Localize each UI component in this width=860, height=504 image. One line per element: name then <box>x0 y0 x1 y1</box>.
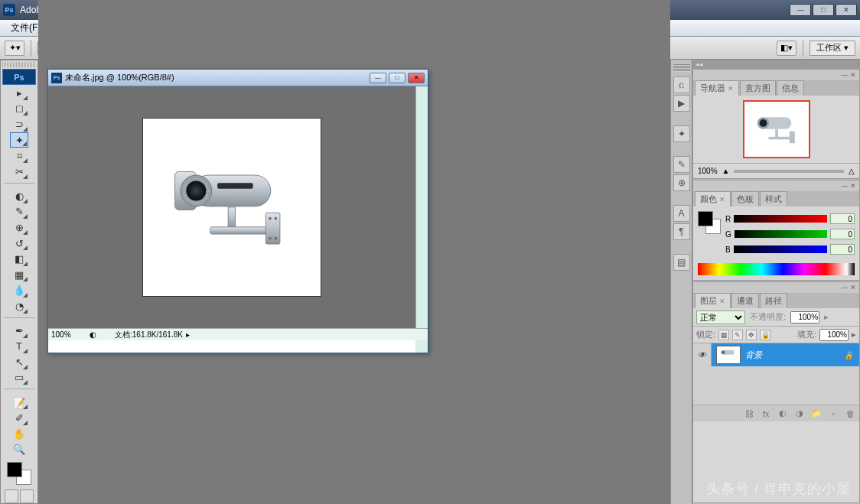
layer-fx-icon[interactable]: fx <box>760 409 772 418</box>
fg-color-swatch[interactable] <box>7 462 22 477</box>
shape-tool[interactable]: ▭ <box>10 370 28 386</box>
marquee-tool[interactable]: ◻ <box>10 101 28 117</box>
color-swatch-pair[interactable] <box>698 211 721 234</box>
dock-brushes-icon[interactable]: ✎ <box>673 156 690 173</box>
layer-lock-icon: 🔒 <box>844 351 853 359</box>
zoom-value[interactable]: 100% <box>51 330 90 339</box>
brush-tool[interactable]: ✎ <box>10 204 28 220</box>
g-slider[interactable] <box>735 230 827 238</box>
magic-wand-tool[interactable]: ✦ <box>10 132 28 148</box>
eraser-tool[interactable]: ◧ <box>10 251 28 267</box>
navigator-thumb[interactable] <box>743 100 810 158</box>
tab-swatches[interactable]: 色板 <box>731 191 759 206</box>
notes-tool[interactable]: 📝 <box>10 395 28 411</box>
path-select-tool[interactable]: ↖ <box>10 354 28 370</box>
dock-tool-presets-icon[interactable]: ✦ <box>673 125 690 142</box>
tab-styles[interactable]: 样式 <box>760 191 787 206</box>
doc-vscroll[interactable] <box>415 86 428 328</box>
doc-minimize[interactable]: — <box>370 73 386 83</box>
nav-slider[interactable] <box>734 170 844 173</box>
link-layers-icon[interactable]: ⛓ <box>743 409 755 418</box>
layer-background[interactable]: 👁 背景 🔒 <box>693 343 859 366</box>
doc-close[interactable]: ✕ <box>408 73 425 83</box>
toolbox-grip[interactable] <box>2 62 36 67</box>
r-slider[interactable] <box>734 215 827 223</box>
r-input[interactable] <box>830 213 855 224</box>
crop-tool[interactable]: ⌗ <box>10 148 28 164</box>
layer-list: 👁 背景 🔒 <box>693 343 859 405</box>
delete-layer-icon[interactable]: 🗑 <box>844 409 856 418</box>
layer-mask-icon[interactable]: ◐ <box>777 408 789 418</box>
pen-tool[interactable]: ✒ <box>10 323 28 339</box>
type-tool[interactable]: T <box>10 339 28 355</box>
minimize-button[interactable]: — <box>790 4 811 16</box>
panels-header[interactable]: ◂◂ <box>692 60 860 69</box>
tab-histogram[interactable]: 直方图 <box>740 80 776 96</box>
tab-navigator[interactable]: 导航器✕ <box>695 80 739 96</box>
panel-min[interactable]: — ✕ <box>841 71 856 79</box>
tab-layers[interactable]: 图层✕ <box>695 293 731 308</box>
lasso-tool[interactable]: ⊃ <box>10 116 28 132</box>
nav-zoom-value[interactable]: 100% <box>698 167 718 175</box>
svg-point-9 <box>269 217 272 220</box>
eyedropper-tool[interactable]: ✐ <box>10 410 28 426</box>
dock-history-icon[interactable]: ⎌ <box>673 76 690 93</box>
gradient-tool[interactable]: ▦ <box>10 267 28 283</box>
hand-tool[interactable]: ✋ <box>10 426 28 442</box>
b-slider[interactable] <box>734 245 827 253</box>
lock-move[interactable]: ✥ <box>746 330 757 340</box>
healing-tool[interactable]: ◐ <box>10 188 28 204</box>
zoom-tool[interactable]: 🔍 <box>10 441 28 457</box>
color-spectrum[interactable] <box>698 263 855 275</box>
slice-tool[interactable]: ✂ <box>10 164 28 180</box>
color-swatches[interactable] <box>7 462 31 485</box>
nav-zoom-out[interactable]: ▲ <box>722 167 730 175</box>
stamp-tool[interactable]: ⊕ <box>10 219 28 236</box>
document-title: 未命名.jpg @ 100%(RGB/8#) <box>65 72 174 83</box>
new-layer-icon[interactable]: ▫ <box>827 409 839 418</box>
dock-grip[interactable] <box>673 64 690 72</box>
group-icon[interactable]: 📁 <box>810 408 823 418</box>
doc-resize-handle[interactable] <box>415 340 428 353</box>
opacity-input[interactable] <box>790 311 819 324</box>
lock-trans[interactable]: ▦ <box>718 330 729 340</box>
maximize-button[interactable]: □ <box>813 4 834 16</box>
canvas[interactable] <box>142 118 321 297</box>
panel-dock: ⎌ ▶ ✦ ✎ ⊕ A ¶ ▤ <box>670 60 692 504</box>
brush-preset-icon[interactable]: ◧▾ <box>777 41 796 56</box>
close-button[interactable]: ✕ <box>836 4 857 16</box>
dock-clone-icon[interactable]: ⊕ <box>673 174 690 191</box>
g-input[interactable] <box>830 229 855 239</box>
blur-tool[interactable]: 💧 <box>10 282 28 298</box>
tab-info[interactable]: 信息 <box>777 80 804 96</box>
tab-channels[interactable]: 通道 <box>731 293 759 308</box>
canvas-area[interactable] <box>48 86 415 328</box>
workspace-dropdown[interactable]: 工作区 ▾ <box>810 41 855 56</box>
panel-min2[interactable]: — ✕ <box>841 182 856 190</box>
layer-thumb[interactable] <box>716 346 741 364</box>
lock-all[interactable]: 🔒 <box>760 330 770 340</box>
dock-layercomps-icon[interactable]: ▤ <box>673 254 690 271</box>
fill-input[interactable] <box>819 329 849 341</box>
standard-mode[interactable] <box>5 489 18 503</box>
history-brush-tool[interactable]: ↺ <box>10 236 28 252</box>
tab-color[interactable]: 颜色✕ <box>695 191 731 206</box>
adjustment-layer-icon[interactable]: ◑ <box>793 408 806 418</box>
current-tool-icon[interactable]: ✦▾ <box>5 41 24 56</box>
dock-para-icon[interactable]: ¶ <box>673 223 690 240</box>
layer-visibility-icon[interactable]: 👁 <box>693 343 712 366</box>
tab-paths[interactable]: 路径 <box>760 293 787 308</box>
nav-zoom-in[interactable]: △ <box>849 167 855 175</box>
dock-actions-icon[interactable]: ▶ <box>673 95 690 112</box>
quickmask-mode[interactable] <box>20 489 34 503</box>
dodge-tool[interactable]: ◔ <box>10 298 28 314</box>
lock-paint[interactable]: ✎ <box>732 330 743 340</box>
blend-mode-select[interactable]: 正常 <box>696 311 745 324</box>
panel-min3[interactable]: — ✕ <box>841 284 856 291</box>
doc-maximize[interactable]: □ <box>389 73 406 83</box>
doc-icon: Ps <box>51 73 62 83</box>
document-titlebar[interactable]: Ps 未命名.jpg @ 100%(RGB/8#) — □ ✕ <box>48 70 428 86</box>
dock-char-icon[interactable]: A <box>673 205 690 222</box>
b-input[interactable] <box>830 244 855 255</box>
move-tool[interactable]: ▸ <box>10 85 28 101</box>
